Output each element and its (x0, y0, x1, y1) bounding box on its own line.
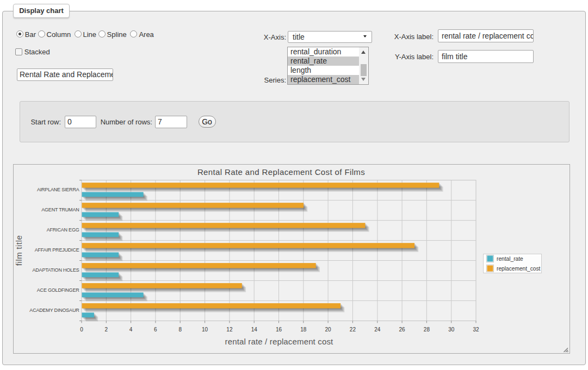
svg-text:24: 24 (374, 327, 381, 333)
svg-text:Rental Rate and Replacement Co: Rental Rate and Replacement Cost of Film… (197, 167, 365, 177)
svg-text:rental rate / replacement cost: rental rate / replacement cost (225, 337, 333, 346)
svg-text:8: 8 (178, 327, 182, 333)
svg-text:32: 32 (473, 327, 479, 333)
svg-text:2: 2 (105, 327, 108, 333)
svg-text:AFFAIR PREJUDICE: AFFAIR PREJUDICE (35, 247, 79, 253)
svg-text:26: 26 (399, 327, 406, 333)
svg-text:AGENT TRUMAN: AGENT TRUMAN (41, 207, 79, 212)
svg-text:16: 16 (276, 327, 282, 333)
svg-text:18: 18 (300, 327, 307, 333)
svg-text:14: 14 (251, 327, 258, 333)
svg-text:4: 4 (129, 327, 133, 333)
svg-text:10: 10 (202, 327, 208, 333)
svg-text:film title: film title (14, 235, 23, 266)
svg-text:6: 6 (154, 327, 157, 333)
svg-text:AFRICAN EGG: AFRICAN EGG (47, 227, 79, 233)
svg-text:ACE GOLDFINGER: ACE GOLDFINGER (37, 287, 79, 293)
svg-text:rental_rate: rental_rate (497, 256, 523, 262)
svg-text:replacement_cost: replacement_cost (497, 266, 541, 272)
svg-text:28: 28 (424, 327, 430, 333)
svg-text:ACADEMY DINOSAUR: ACADEMY DINOSAUR (29, 308, 79, 313)
svg-text:22: 22 (350, 327, 356, 333)
svg-text:ADAPTATION HOLES: ADAPTATION HOLES (33, 267, 79, 273)
svg-text:30: 30 (448, 327, 455, 333)
svg-text:20: 20 (325, 327, 332, 333)
svg-text:AIRPLANE SIERRA: AIRPLANE SIERRA (37, 187, 79, 192)
svg-text:0: 0 (80, 327, 83, 333)
svg-text:12: 12 (226, 327, 233, 333)
